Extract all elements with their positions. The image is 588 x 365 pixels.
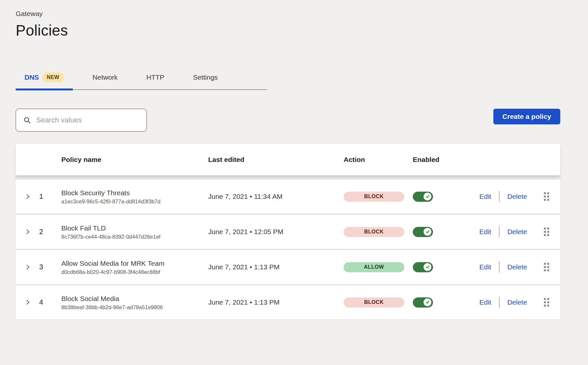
action-cell: BLOCK [344,227,413,237]
tab-bar: DNS NEW Network HTTP Settings [16,72,267,90]
drag-handle-icon[interactable] [543,191,550,202]
policy-name-cell: Allow Social Media for MRK Team d0cdb68a… [61,259,208,275]
toggle-knob [424,263,431,271]
expand-row-button[interactable] [23,192,38,201]
enabled-cell [413,262,478,272]
column-header-action: Action [344,156,413,164]
row-controls: Edit Delete [478,262,552,273]
tab-network-label: Network [93,73,118,81]
page-title: Policies [16,22,560,39]
check-icon [426,265,430,269]
drag-handle-icon[interactable] [543,262,550,273]
action-badge: BLOCK [344,297,404,308]
edit-button[interactable]: Edit [478,262,492,272]
enabled-toggle[interactable] [413,227,433,237]
policies-table: Policy name Last edited Action Enabled 1… [16,144,560,319]
policy-name: Block Fail TLD [61,224,208,232]
row-controls: Edit Delete [478,226,552,237]
column-header-enabled: Enabled [413,156,478,164]
search-and-create-row: Create a policy [16,109,560,132]
divider [499,226,500,237]
policy-name: Block Social Media [61,294,208,303]
policy-name-cell: Block Fail TLD 8c736f7b-ce44-48ca-8392-0… [61,224,208,240]
tab-settings-label: Settings [193,73,218,81]
action-cell: BLOCK [344,192,413,202]
expand-row-button[interactable] [23,228,38,236]
check-icon [426,194,430,198]
tab-settings[interactable]: Settings [184,72,226,89]
chevron-right-icon [25,299,31,305]
action-badge: ALLOW [344,262,404,272]
row-controls: Edit Delete [478,191,552,202]
table-body: 1 Block Security Threats a1ec3ce9-96c5-4… [16,180,560,319]
column-header-last-edited: Last edited [208,156,344,164]
tab-http-label: HTTP [147,73,164,81]
row-index: 1 [38,192,61,201]
action-badge: BLOCK [344,227,404,237]
table-row: 1 Block Security Threats a1ec3ce9-96c5-4… [16,180,560,214]
divider [499,297,500,308]
check-icon [426,300,430,304]
enabled-toggle[interactable] [413,262,433,272]
table-header: Policy name Last edited Action Enabled [16,144,560,175]
policy-name-cell: Block Security Threats a1ec3ce9-96c5-42f… [61,188,208,205]
policy-name: Block Security Threats [61,188,208,197]
create-policy-button[interactable]: Create a policy [493,109,560,124]
row-index: 4 [38,298,61,307]
policy-id: 8c736f7b-ce44-48ca-8392-0d447d26e1ef [61,234,208,240]
new-badge: NEW [42,72,64,82]
policy-name: Allow Social Media for MRK Team [61,259,208,268]
breadcrumb: Gateway [16,10,560,18]
expand-row-button[interactable] [23,298,38,307]
action-badge: BLOCK [344,192,404,202]
tab-http[interactable]: HTTP [138,72,173,89]
table-row: 2 Block Fail TLD 8c736f7b-ce44-48ca-8392… [16,215,560,249]
delete-button[interactable]: Delete [506,192,529,201]
table-row: 4 Block Social Media 8b38beaf-38bb-4b2d-… [16,285,560,319]
policy-name-cell: Block Social Media 8b38beaf-38bb-4b2d-96… [61,294,208,310]
toggle-knob [424,298,431,306]
last-edited: June 7, 2021 • 1:13 PM [208,298,344,306]
action-cell: ALLOW [344,262,413,272]
row-index: 2 [38,228,61,236]
search-box[interactable] [16,109,147,132]
delete-button[interactable]: Delete [506,227,529,236]
last-edited: June 7, 2021 • 11:34 AM [208,193,344,200]
enabled-toggle[interactable] [413,192,433,202]
action-cell: BLOCK [344,297,413,308]
chevron-right-icon [25,229,31,235]
row-index: 3 [38,263,61,271]
edit-button[interactable]: Edit [478,227,492,236]
row-controls: Edit Delete [478,297,552,308]
check-icon [426,230,430,234]
delete-button[interactable]: Delete [506,262,529,272]
divider [499,262,500,273]
last-edited: June 7, 2021 • 12:05 PM [208,228,344,236]
drag-handle-icon[interactable] [543,226,550,237]
drag-handle-icon[interactable] [543,297,550,308]
toggle-knob [424,193,431,200]
enabled-toggle[interactable] [413,297,433,308]
last-edited: June 7, 2021 • 1:13 PM [208,263,344,271]
chevron-right-icon [25,194,31,199]
enabled-cell [413,192,478,202]
edit-button[interactable]: Edit [478,298,492,307]
toggle-knob [424,228,431,236]
tab-dns[interactable]: DNS NEW [16,72,73,89]
tab-dns-label: DNS [24,73,39,81]
delete-button[interactable]: Delete [506,298,529,307]
expand-row-button[interactable] [23,263,38,271]
gateway-policies-page: Gateway Policies DNS NEW Network HTTP Se… [16,0,560,319]
policy-id: 8b38beaf-38bb-4b2d-96e7-ad78a51e9806 [61,304,208,310]
search-input[interactable] [36,116,141,124]
divider [499,191,500,202]
enabled-cell [413,227,478,237]
table-row: 3 Allow Social Media for MRK Team d0cdb6… [16,250,560,284]
policy-id: a1ec3ce9-96c5-42f0-877a-dd814d3f3b7d [61,198,208,205]
column-header-policy-name: Policy name [61,156,208,164]
search-icon [23,116,31,124]
chevron-right-icon [25,264,31,270]
enabled-cell [413,297,478,308]
tab-network[interactable]: Network [84,72,127,89]
edit-button[interactable]: Edit [478,192,492,201]
